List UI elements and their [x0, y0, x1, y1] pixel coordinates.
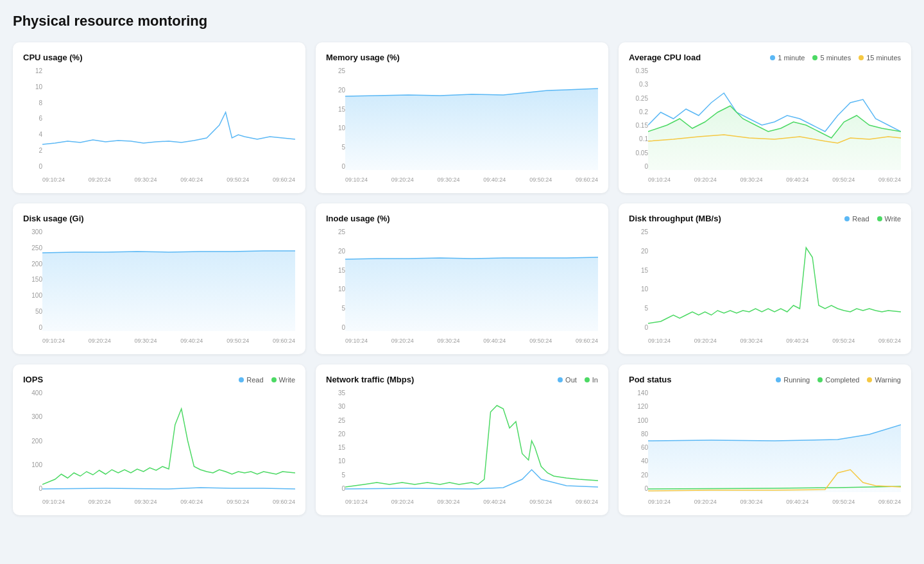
inode-usage-title: Inode usage (%)	[326, 214, 390, 223]
iops-chart: 4003002001000 09:10:2409:20:2409:30:2409…	[23, 389, 295, 505]
legend-15min: 15 minutes	[859, 54, 901, 62]
pod-warning-dot	[867, 377, 872, 382]
pod-warning-label: Warning	[875, 376, 901, 384]
iops-svg-wrap	[42, 389, 295, 492]
inode-usage-x-axis: 09:10:2409:20:2409:30:2409:40:2409:50:24…	[345, 338, 598, 344]
pod-status-title: Pod status	[629, 375, 671, 384]
pod-running-legend: Running	[776, 376, 810, 384]
disk-read-dot	[844, 216, 850, 221]
disk-read-label: Read	[852, 215, 869, 223]
pod-status-legend: Running Completed Warning	[776, 376, 901, 384]
disk-throughput-y-axis: 2520151050	[629, 228, 648, 331]
cpu-usage-y-axis: 121086420	[23, 67, 42, 170]
legend-5min: 5 minutes	[812, 54, 851, 62]
legend-15min-dot	[859, 55, 864, 60]
iops-write-dot	[271, 377, 277, 382]
disk-throughput-title: Disk throughput (MB/s)	[629, 214, 721, 223]
page-title: Physical resource montoring	[13, 13, 911, 30]
memory-usage-card: Memory usage (%) 2520151050	[316, 42, 608, 193]
memory-usage-chart: 2520151050 09:10:2409:20:2409:30:2409:40…	[326, 67, 598, 183]
pod-status-card: Pod status Running Completed Warning 140…	[619, 364, 911, 515]
disk-write-dot	[877, 216, 882, 221]
avg-cpu-load-x-axis: 09:10:2409:20:2409:30:2409:40:2409:50:24…	[648, 176, 901, 183]
disk-throughput-x-axis: 09:10:2409:20:2409:30:2409:40:2409:50:24…	[648, 338, 901, 344]
pod-completed-label: Completed	[825, 376, 859, 384]
memory-usage-y-axis: 2520151050	[326, 67, 345, 170]
iops-title: IOPS	[23, 375, 43, 384]
disk-throughput-read-legend: Read	[844, 215, 869, 223]
disk-usage-svg-wrap	[42, 228, 295, 331]
iops-write-legend: Write	[271, 376, 295, 384]
disk-throughput-card: Disk throughput (MB/s) Read Write 252015…	[619, 203, 911, 354]
iops-write-label: Write	[279, 376, 295, 384]
avg-cpu-load-svg-wrap	[648, 67, 901, 170]
inode-usage-header: Inode usage (%)	[326, 214, 598, 223]
network-out-label: Out	[565, 376, 577, 384]
network-in-label: In	[592, 376, 598, 384]
network-traffic-chart: 35302520151050 09:10:2409:20:2409:30:240…	[326, 389, 598, 505]
memory-usage-header: Memory usage (%)	[326, 53, 598, 62]
network-out-legend: Out	[558, 376, 577, 384]
disk-throughput-svg-wrap	[648, 228, 901, 331]
avg-cpu-load-header: Average CPU load 1 minute 5 minutes 15 m…	[629, 53, 901, 62]
avg-cpu-load-legend: 1 minute 5 minutes 15 minutes	[770, 54, 901, 62]
disk-usage-chart: 300250200150100500 09:10:2409:20:2409:30…	[23, 228, 295, 344]
iops-card: IOPS Read Write 4003002001000	[13, 364, 305, 515]
pod-completed-legend: Completed	[817, 376, 859, 384]
dashboard-grid: CPU usage (%) 121086420	[13, 42, 911, 515]
network-out-dot	[558, 377, 563, 382]
legend-1min: 1 minute	[770, 54, 805, 62]
pod-warning-legend: Warning	[867, 376, 901, 384]
network-traffic-y-axis: 35302520151050	[326, 389, 345, 492]
iops-y-axis: 4003002001000	[23, 389, 42, 492]
legend-1min-label: 1 minute	[778, 54, 805, 62]
legend-1min-dot	[770, 55, 775, 60]
avg-cpu-load-y-axis: 0.350.30.250.20.150.10.050	[629, 67, 648, 170]
network-traffic-legend: Out In	[558, 376, 598, 384]
cpu-usage-chart: 121086420 09:10:2409:20:2409:30:2409:40:…	[23, 67, 295, 183]
memory-usage-title: Memory usage (%)	[326, 53, 400, 62]
disk-throughput-header: Disk throughput (MB/s) Read Write	[629, 214, 901, 223]
pod-status-chart: 140120100806040200	[629, 389, 901, 505]
iops-read-dot	[239, 377, 244, 382]
cpu-usage-card: CPU usage (%) 121086420	[13, 42, 305, 193]
disk-usage-header: Disk usage (Gi)	[23, 214, 295, 223]
disk-usage-x-axis: 09:10:2409:20:2409:30:2409:40:2409:50:24…	[42, 338, 295, 344]
network-traffic-header: Network traffic (Mbps) Out In	[326, 375, 598, 384]
inode-usage-chart: 2520151050 09:10:2409:20:2409:30:2409:40…	[326, 228, 598, 344]
iops-read-legend: Read	[239, 376, 263, 384]
pod-running-label: Running	[783, 376, 810, 384]
network-in-dot	[585, 377, 590, 382]
disk-throughput-legend: Read Write	[844, 215, 901, 223]
memory-usage-x-axis: 09:10:2409:20:2409:30:2409:40:2409:50:24…	[345, 176, 598, 183]
memory-usage-svg-wrap	[345, 67, 598, 170]
iops-read-label: Read	[246, 376, 263, 384]
iops-header: IOPS Read Write	[23, 375, 295, 384]
legend-5min-label: 5 minutes	[820, 54, 851, 62]
pod-status-x-axis: 09:10:2409:20:2409:30:2409:40:2409:50:24…	[648, 499, 901, 505]
disk-usage-y-axis: 300250200150100500	[23, 228, 42, 331]
avg-cpu-load-chart: 0.350.30.250.20.150.10.050	[629, 67, 901, 183]
network-traffic-title: Network traffic (Mbps)	[326, 375, 414, 384]
disk-write-label: Write	[885, 215, 901, 223]
iops-legend: Read Write	[239, 376, 295, 384]
network-traffic-svg-wrap	[345, 389, 598, 492]
disk-usage-card: Disk usage (Gi) 300250200150100500	[13, 203, 305, 354]
legend-15min-label: 15 minutes	[866, 54, 901, 62]
network-in-legend: In	[585, 376, 598, 384]
disk-throughput-write-legend: Write	[877, 215, 901, 223]
iops-x-axis: 09:10:2409:20:2409:30:2409:40:2409:50:24…	[42, 499, 295, 505]
legend-5min-dot	[812, 55, 817, 60]
disk-throughput-chart: 2520151050 09:10:2409:20:2409:30:2409:40…	[629, 228, 901, 344]
pod-running-dot	[776, 377, 781, 382]
pod-status-svg-wrap	[648, 389, 901, 492]
inode-usage-y-axis: 2520151050	[326, 228, 345, 331]
cpu-usage-title: CPU usage (%)	[23, 53, 82, 62]
pod-status-header: Pod status Running Completed Warning	[629, 375, 901, 384]
avg-cpu-load-title: Average CPU load	[629, 53, 701, 62]
cpu-usage-header: CPU usage (%)	[23, 53, 295, 62]
inode-usage-card: Inode usage (%) 2520151050	[316, 203, 608, 354]
avg-cpu-load-card: Average CPU load 1 minute 5 minutes 15 m…	[619, 42, 911, 193]
pod-completed-dot	[817, 377, 823, 382]
network-traffic-card: Network traffic (Mbps) Out In 3530252015…	[316, 364, 608, 515]
